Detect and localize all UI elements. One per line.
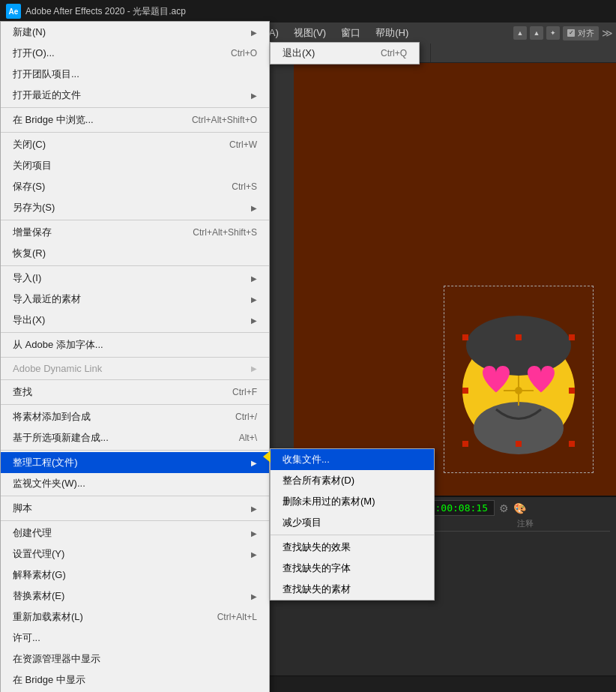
menu-open-team[interactable]: 打开团队项目... — [1, 64, 269, 85]
menu-open[interactable]: 打开(O)... Ctrl+O — [1, 43, 269, 64]
quit-label: 退出(X) — [283, 46, 315, 60]
canvas-panel: 渲染 表情 素材（无） — [294, 43, 616, 496]
menu-save[interactable]: 保存(S) Ctrl+S — [1, 176, 269, 197]
divider-11 — [1, 520, 269, 521]
divider-5 — [1, 332, 269, 333]
menu-interpret-footage[interactable]: 解释素材(G) — [1, 565, 269, 586]
consolidate-submenu: 收集文件... 整合所有素材(D) 删除未用过的素材(M) 减少项目 查找缺失的… — [270, 448, 435, 601]
svg-rect-9 — [462, 441, 468, 447]
render-note-header: 注释 — [441, 518, 610, 529]
menu-view[interactable]: 视图(V) — [286, 23, 333, 43]
canvas-viewport — [294, 63, 616, 496]
find-missing-footage[interactable]: 查找缺失的素材 — [271, 579, 434, 600]
divider-2 — [1, 132, 269, 133]
file-menu-dropdown: 退出(X) Ctrl+Q 新建(N) ▶ 打开(O)... Ctrl+O 打开团… — [0, 21, 270, 692]
menu-reveal-manager[interactable]: 在资源管理器中显示 — [1, 649, 269, 670]
menu-import-recent[interactable]: 导入最近的素材 ▶ — [1, 289, 269, 310]
main-menu-panel: 退出(X) Ctrl+Q 新建(N) ▶ 打开(O)... Ctrl+O 打开团… — [0, 21, 270, 692]
submenu-arrow — [263, 451, 271, 463]
menu-replace-footage[interactable]: 替换素材(E) ▶ — [1, 586, 269, 607]
quit-submenu: 退出(X) Ctrl+Q — [270, 42, 420, 64]
settings-icon[interactable]: ⚙ — [499, 502, 509, 514]
divider-10 — [1, 496, 269, 496]
collect-files[interactable]: 收集文件... — [271, 449, 434, 470]
consolidate-all[interactable]: 整合所有素材(D) — [271, 470, 434, 491]
svg-rect-10 — [462, 388, 468, 394]
menu-open-recent[interactable]: 打开最近的文件 ▶ — [1, 85, 269, 106]
menu-set-proxy[interactable]: 设置代理(Y) ▶ — [1, 544, 269, 565]
svg-rect-4 — [516, 334, 522, 340]
remove-unused[interactable]: 删除未用过的素材(M) — [271, 491, 434, 512]
title-bar: Ae Adobe After Effects 2020 - 光晕题目.acp — [0, 0, 616, 22]
quit-shortcut: Ctrl+Q — [381, 48, 407, 58]
menu-add-font[interactable]: 从 Adobe 添加字体... — [1, 334, 269, 355]
expand-icon[interactable]: ≫ — [602, 27, 613, 39]
quit-item[interactable]: 退出(X) Ctrl+Q — [271, 43, 419, 64]
submenu-divider — [271, 535, 434, 535]
svg-rect-6 — [569, 388, 575, 394]
emoji-container — [436, 271, 601, 481]
divider-6 — [1, 357, 269, 358]
reduce-project[interactable]: 减少项目 — [271, 512, 434, 533]
top-right-tools: ▲ ▲ ✦ ✓ 对齐 ≫ — [513, 26, 613, 40]
menu-find[interactable]: 查找 Ctrl+F — [1, 382, 269, 403]
title-text: Adobe After Effects 2020 - 光晕题目.acp — [25, 5, 186, 18]
menu-help[interactable]: 帮助(H) — [368, 23, 416, 43]
menu-window[interactable]: 窗口 — [333, 23, 368, 43]
svg-rect-7 — [569, 441, 575, 447]
find-missing-effects[interactable]: 查找缺失的效果 — [271, 537, 434, 558]
svg-rect-3 — [462, 334, 468, 340]
menu-watch-folder[interactable]: 监视文件夹(W)... — [1, 473, 269, 494]
menu-script[interactable]: 脚本 ▶ — [1, 498, 269, 519]
align-label: 对齐 — [578, 28, 594, 39]
svg-point-13 — [515, 387, 522, 394]
menu-increment-save[interactable]: 增量保存 Ctrl+Alt+Shift+S — [1, 222, 269, 243]
divider-7 — [1, 379, 269, 380]
menu-close[interactable]: 关闭(C) Ctrl+W — [1, 134, 269, 155]
menu-dynamic-link[interactable]: Adobe Dynamic Link ▶ — [1, 359, 269, 378]
divider-9 — [1, 450, 269, 451]
svg-rect-8 — [516, 441, 522, 447]
menu-new-comp-from-sel[interactable]: 基于所选项新建合成... Alt+\ — [1, 427, 269, 448]
divider-1 — [1, 107, 269, 108]
svg-point-1 — [466, 316, 571, 376]
menu-revert[interactable]: 恢复(R) — [1, 243, 269, 264]
divider-3 — [1, 220, 269, 220]
adobe-icon: Ae — [6, 4, 21, 19]
menu-browse-bridge[interactable]: 在 Bridge 中浏览... Ctrl+Alt+Shift+O — [1, 109, 269, 130]
emoji-svg — [436, 271, 601, 481]
divider-4 — [1, 265, 269, 266]
divider-8 — [1, 404, 269, 405]
menu-consolidate[interactable]: 整理工程(文件) ▶ — [1, 452, 269, 473]
menu-add-to-comp[interactable]: 将素材添加到合成 Ctrl+/ — [1, 406, 269, 427]
menu-save-as[interactable]: 另存为(S) ▶ — [1, 197, 269, 218]
align-checkbox[interactable]: ✓ 对齐 — [563, 26, 599, 40]
tool-icon-3[interactable]: ✦ — [546, 26, 560, 40]
menu-reload-footage[interactable]: 重新加载素材(L) Ctrl+Alt+L — [1, 607, 269, 628]
menu-export[interactable]: 导出(X) ▶ — [1, 310, 269, 331]
menu-create-proxy[interactable]: 创建代理 ▶ — [1, 523, 269, 544]
find-missing-fonts[interactable]: 查找缺失的字体 — [271, 558, 434, 579]
color-icon[interactable]: 🎨 — [513, 502, 526, 514]
svg-rect-5 — [569, 334, 575, 340]
menu-license[interactable]: 许可... — [1, 628, 269, 649]
tool-icon-1[interactable]: ▲ — [513, 26, 527, 40]
menu-import[interactable]: 导入(I) ▶ — [1, 268, 269, 289]
tool-icon-2[interactable]: ▲ — [530, 26, 543, 40]
menu-close-project[interactable]: 关闭项目 — [1, 155, 269, 176]
menu-new[interactable]: 新建(N) ▶ — [1, 22, 269, 43]
menu-reveal-bridge[interactable]: 在 Bridge 中显示 — [1, 670, 269, 691]
